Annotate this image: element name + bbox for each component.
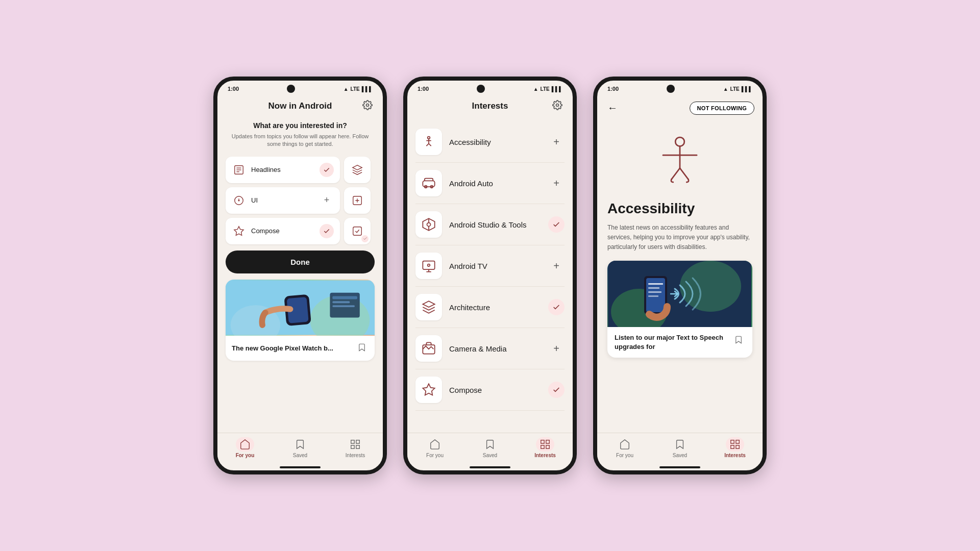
android-tv-label: Android TV [449, 262, 548, 270]
nav-saved-label-3: Saved [673, 453, 687, 458]
phone-3: 1:00 ▲ LTE ▌▌▌ ← NOT FOLLOWING [593, 77, 767, 474]
compose-icon-2 [415, 377, 442, 403]
nav-interests-1[interactable]: Interests [328, 433, 383, 464]
detail-desc: The latest news on accessibility feature… [607, 223, 752, 253]
bottom-nav-1: For you Saved Interests [217, 433, 383, 464]
bookmark-button[interactable] [355, 341, 369, 356]
camera-notch-2 [477, 85, 485, 93]
topic-small-checked[interactable] [344, 218, 371, 244]
svg-rect-41 [541, 445, 544, 448]
compose-icon [232, 224, 246, 238]
interest-android-tv[interactable]: Android TV + [415, 245, 565, 287]
nav-saved-2[interactable]: Saved [462, 433, 518, 464]
interest-compose[interactable]: Compose [415, 369, 565, 411]
home-indicator-3 [659, 466, 700, 468]
topic-ui[interactable]: UI + [226, 187, 340, 214]
headlines-check[interactable] [320, 163, 334, 177]
topic-compose[interactable]: Compose [226, 218, 340, 244]
svg-marker-38 [423, 384, 434, 395]
accessibility-add[interactable]: + [548, 134, 565, 150]
phone3-header: ← NOT FOLLOWING [597, 95, 763, 121]
nav-for-you-1[interactable]: For you [217, 433, 273, 464]
compose-label-2: Compose [449, 386, 548, 394]
svg-rect-18 [332, 301, 350, 303]
nav-interests-label-2: Interests [534, 453, 556, 458]
nav-interests-2[interactable]: Interests [518, 433, 573, 464]
not-following-button[interactable]: NOT FOLLOWING [690, 102, 754, 115]
phone1-title: Now in Android [268, 101, 332, 111]
article-preview-title: Listen to our major Text to Speech upgra… [615, 333, 732, 352]
android-auto-icon [415, 170, 442, 196]
interests-list: Accessibility + Android Auto + Android S… [407, 117, 573, 433]
svg-rect-23 [356, 445, 359, 448]
nav-interests-label-1: Interests [346, 453, 365, 458]
topic-small-ai[interactable] [344, 187, 371, 214]
phone1-content: Now in Android What are you interested i… [217, 95, 383, 433]
svg-rect-19 [332, 305, 355, 307]
status-bar-2: 1:00 ▲ LTE ▌▌▌ [407, 81, 573, 95]
svg-marker-9 [234, 227, 243, 235]
phone3-content: ← NOT FOLLOWING [597, 95, 763, 433]
nav-for-you-label-2: For you [426, 453, 444, 458]
article-bookmark-button[interactable] [732, 333, 745, 348]
article-preview-info: Listen to our major Text to Speech upgra… [607, 327, 752, 358]
article-card: The new Google Pixel Watch b... [226, 280, 375, 361]
back-button[interactable]: ← [605, 100, 620, 116]
android-studio-label: Android Studio & Tools [449, 220, 548, 229]
svg-rect-17 [332, 296, 357, 299]
compose-label: Compose [251, 227, 280, 235]
ui-add[interactable]: + [320, 193, 334, 208]
svg-point-43 [675, 137, 684, 146]
architecture-check[interactable] [548, 299, 565, 315]
svg-point-0 [366, 104, 369, 106]
article-preview-image [607, 261, 752, 327]
android-auto-add[interactable]: + [548, 175, 565, 191]
article-image [226, 280, 375, 336]
interest-camera-media[interactable]: Camera & Media + [415, 328, 565, 369]
detail-title: Accessibility [607, 201, 752, 217]
svg-rect-22 [351, 445, 354, 448]
camera-media-icon [415, 335, 442, 362]
nav-for-you-3[interactable]: For you [597, 433, 652, 464]
status-bar-3: 1:00 ▲ LTE ▌▌▌ [597, 81, 763, 95]
android-studio-icon [415, 211, 442, 238]
nav-interests-3[interactable]: Interests [707, 433, 763, 464]
nav-saved-3[interactable]: Saved [652, 433, 707, 464]
compose-check[interactable] [320, 224, 334, 238]
svg-rect-33 [423, 261, 434, 269]
nav-saved-label-1: Saved [293, 453, 307, 458]
camera-notch-3 [667, 85, 675, 93]
status-icons-3: ▲ LTE ▌▌▌ [723, 86, 752, 92]
interest-android-studio[interactable]: Android Studio & Tools [415, 204, 565, 245]
nav-saved-label-2: Saved [483, 453, 497, 458]
settings-button-2[interactable] [552, 100, 562, 113]
svg-point-30 [427, 223, 431, 227]
android-studio-check[interactable] [548, 216, 565, 233]
interest-accessibility[interactable]: Accessibility + [415, 121, 565, 163]
architecture-icon [415, 294, 442, 320]
interest-architecture[interactable]: Architecture [415, 287, 565, 328]
topic-headlines[interactable]: Headlines [226, 157, 340, 183]
settings-button-1[interactable] [362, 100, 373, 113]
nav-saved-1[interactable]: Saved [273, 433, 328, 464]
done-button[interactable]: Done [226, 251, 375, 273]
time-3: 1:00 [607, 86, 619, 92]
article-info: The new Google Pixel Watch b... [226, 336, 375, 361]
svg-rect-58 [731, 445, 734, 448]
status-bar-1: 1:00 ▲ LTE ▌▌▌ [217, 81, 383, 95]
nav-interests-label-3: Interests [724, 453, 746, 458]
topic-small-ar[interactable] [344, 157, 371, 183]
android-tv-add[interactable]: + [548, 258, 565, 274]
status-icons-1: ▲ LTE ▌▌▌ [344, 86, 373, 92]
nav-for-you-label-1: For you [236, 453, 255, 458]
topic-grid: Headlines UI + [217, 157, 383, 244]
bottom-nav-3: For you Saved Interests [597, 433, 763, 464]
interest-android-auto[interactable]: Android Auto + [415, 163, 565, 204]
phone1-header: Now in Android [217, 95, 383, 117]
architecture-label: Architecture [449, 303, 548, 312]
camera-media-add[interactable]: + [548, 340, 565, 357]
svg-rect-59 [736, 445, 739, 448]
nav-for-you-2[interactable]: For you [407, 433, 462, 464]
compose-check-2[interactable] [548, 382, 565, 398]
camera-notch-1 [287, 85, 295, 93]
